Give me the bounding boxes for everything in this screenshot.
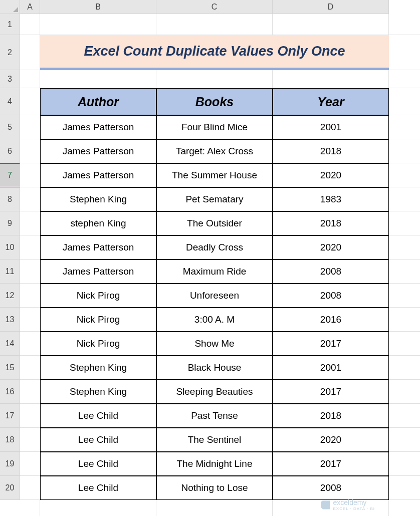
select-all-button[interactable]	[0, 0, 20, 14]
spreadsheet: ABCD 1234567891011121314151617181920 Exc…	[0, 0, 420, 516]
watermark-tag: EXCEL · DATA · BI	[333, 506, 375, 511]
row-header-12[interactable]: 12	[0, 284, 20, 308]
watermark: exceldemy EXCEL · DATA · BI	[321, 498, 375, 511]
table-header-D[interactable]: Year	[273, 88, 389, 115]
row-header-20[interactable]: 20	[0, 476, 20, 500]
cell-B15[interactable]: Stephen King	[40, 356, 156, 380]
watermark-logo-icon	[321, 500, 330, 509]
cell-C8[interactable]: Pet Sematary	[156, 187, 273, 211]
row-header-14[interactable]: 14	[0, 332, 20, 356]
cell-B19[interactable]: Lee Child	[40, 452, 156, 476]
grid-area[interactable]: Excel Count Duplicate Values Only Once A…	[20, 14, 420, 516]
cell-D10[interactable]: 2020	[273, 235, 389, 260]
row-header-4[interactable]: 4	[0, 88, 20, 115]
row-header-5[interactable]: 5	[0, 115, 20, 139]
row-header-3[interactable]: 3	[0, 70, 20, 88]
title-cell[interactable]: Excel Count Duplicate Values Only Once	[40, 35, 389, 70]
row-header-8[interactable]: 8	[0, 187, 20, 211]
cell-D8[interactable]: 1983	[273, 187, 389, 211]
cell-C9[interactable]: The Outsider	[156, 211, 273, 235]
cell-C20[interactable]: Nothing to Lose	[156, 476, 273, 500]
cell-D16[interactable]: 2017	[273, 380, 389, 404]
cell-B7[interactable]: James Patterson	[40, 163, 156, 187]
row-header-7[interactable]: 7	[0, 163, 20, 187]
cell-D14[interactable]: 2017	[273, 332, 389, 356]
cell-C16[interactable]: Sleeping Beauties	[156, 380, 273, 404]
cell-C5[interactable]: Four Blind Mice	[156, 115, 273, 139]
cell-C15[interactable]: Black House	[156, 356, 273, 380]
row-header-17[interactable]: 17	[0, 404, 20, 428]
cell-D9[interactable]: 2018	[273, 211, 389, 235]
row-header-9[interactable]: 9	[0, 211, 20, 235]
cell-D18[interactable]: 2020	[273, 428, 389, 452]
row-header-13[interactable]: 13	[0, 308, 20, 332]
row-header-1[interactable]: 1	[0, 14, 20, 35]
cell-C6[interactable]: Target: Alex Cross	[156, 139, 273, 163]
cell-B9[interactable]: stephen King	[40, 211, 156, 235]
cell-C13[interactable]: 3:00 A. M	[156, 308, 273, 332]
cell-B11[interactable]: James Patterson	[40, 260, 156, 284]
row-header-6[interactable]: 6	[0, 139, 20, 163]
cell-D11[interactable]: 2008	[273, 260, 389, 284]
row-header-18[interactable]: 18	[0, 428, 20, 452]
cell-B17[interactable]: Lee Child	[40, 404, 156, 428]
cell-D7[interactable]: 2020	[273, 163, 389, 187]
cell-B20[interactable]: Lee Child	[40, 476, 156, 500]
row-header-16[interactable]: 16	[0, 380, 20, 404]
cell-C12[interactable]: Unforeseen	[156, 284, 273, 308]
cell-C18[interactable]: The Sentinel	[156, 428, 273, 452]
row-header-11[interactable]: 11	[0, 260, 20, 284]
cell-C19[interactable]: The Midnight Line	[156, 452, 273, 476]
cell-B12[interactable]: Nick Pirog	[40, 284, 156, 308]
cell-D5[interactable]: 2001	[273, 115, 389, 139]
cell-B5[interactable]: James Patterson	[40, 115, 156, 139]
cell-C14[interactable]: Show Me	[156, 332, 273, 356]
column-header-B[interactable]: B	[40, 0, 156, 14]
column-header-A[interactable]: A	[20, 0, 40, 14]
column-header-C[interactable]: C	[156, 0, 273, 14]
cell-C17[interactable]: Past Tense	[156, 404, 273, 428]
cell-B8[interactable]: Stephen King	[40, 187, 156, 211]
table-header-B[interactable]: Author	[40, 88, 156, 115]
cell-D15[interactable]: 2001	[273, 356, 389, 380]
cell-D19[interactable]: 2017	[273, 452, 389, 476]
row-header-10[interactable]: 10	[0, 235, 20, 260]
column-header-D[interactable]: D	[273, 0, 389, 14]
cell-B6[interactable]: James Patterson	[40, 139, 156, 163]
row-header-2[interactable]: 2	[0, 35, 20, 70]
cell-C7[interactable]: The Summer House	[156, 163, 273, 187]
cell-D12[interactable]: 2008	[273, 284, 389, 308]
cell-B14[interactable]: Nick Pirog	[40, 332, 156, 356]
cell-D20[interactable]: 2008	[273, 476, 389, 500]
cell-D6[interactable]: 2018	[273, 139, 389, 163]
cell-B16[interactable]: Stephen King	[40, 380, 156, 404]
title-text: Excel Count Duplicate Values Only Once	[84, 44, 345, 59]
cell-D13[interactable]: 2016	[273, 308, 389, 332]
cell-B13[interactable]: Nick Pirog	[40, 308, 156, 332]
cell-C10[interactable]: Deadly Cross	[156, 235, 273, 260]
row-header-19[interactable]: 19	[0, 452, 20, 476]
table-header-C[interactable]: Books	[156, 88, 273, 115]
cell-B10[interactable]: James Patterson	[40, 235, 156, 260]
cell-D17[interactable]: 2018	[273, 404, 389, 428]
cell-C11[interactable]: Maximum Ride	[156, 260, 273, 284]
cell-B18[interactable]: Lee Child	[40, 428, 156, 452]
row-header-15[interactable]: 15	[0, 356, 20, 380]
watermark-brand: exceldemy	[333, 498, 366, 506]
